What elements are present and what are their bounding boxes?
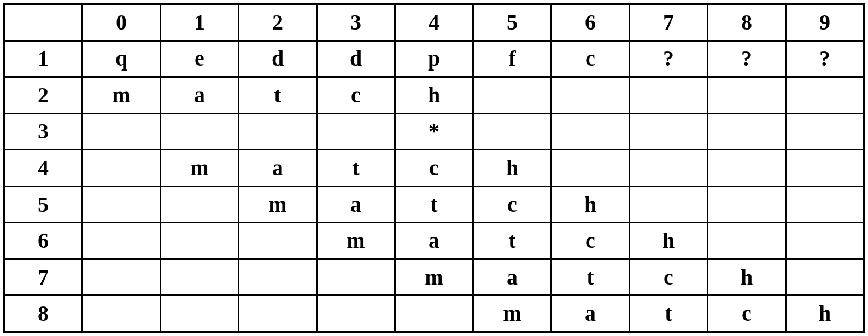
- table-cell: [83, 259, 161, 296]
- table-cell: [786, 113, 864, 150]
- table-cell: *: [395, 113, 473, 150]
- table-cell: f: [473, 40, 552, 77]
- table-cell: [708, 113, 786, 150]
- table-cell: 7: [630, 4, 708, 41]
- table-cell: [786, 77, 864, 114]
- table-cell: t: [552, 259, 630, 296]
- table-cell: ?: [708, 40, 786, 77]
- table-cell: [83, 296, 161, 332]
- table-cell: [317, 259, 395, 296]
- table-cell: t: [395, 186, 473, 223]
- table-cell: [239, 259, 317, 296]
- table-cell: 7: [4, 259, 83, 296]
- table-cell: [552, 77, 630, 114]
- table-cell: [161, 113, 239, 150]
- table-cell: h: [395, 77, 473, 114]
- table-cell: m: [473, 296, 552, 332]
- table-cell: c: [630, 259, 708, 296]
- table-cell: [473, 77, 552, 114]
- table-cell: 4: [395, 4, 473, 41]
- table-cell: 0: [83, 4, 161, 41]
- table-cell: m: [161, 150, 239, 187]
- table-cell: c: [708, 296, 786, 332]
- table-cell: c: [552, 223, 630, 259]
- table-cell: [317, 113, 395, 150]
- table-cell: q: [83, 40, 161, 77]
- table-row: 7match: [4, 259, 864, 296]
- table-cell: c: [317, 77, 395, 114]
- table-cell: p: [395, 40, 473, 77]
- table-cell: [630, 113, 708, 150]
- table-cell: 1: [4, 40, 83, 77]
- table-cell: 5: [473, 4, 552, 41]
- table-cell: [786, 223, 864, 259]
- table-row: 2match: [4, 77, 864, 114]
- table-row: 3*: [4, 113, 864, 150]
- table-cell: 1: [161, 4, 239, 41]
- table-cell: h: [786, 296, 864, 332]
- table-cell: [786, 186, 864, 223]
- table-cell: 3: [4, 113, 83, 150]
- table-cell: [630, 186, 708, 223]
- table-cell: [786, 259, 864, 296]
- table-cell: 6: [552, 4, 630, 41]
- table-cell: [395, 296, 473, 332]
- table-cell: e: [161, 40, 239, 77]
- table-cell: c: [473, 186, 552, 223]
- table-cell: [161, 296, 239, 332]
- table-cell: [473, 113, 552, 150]
- table-cell: ?: [786, 40, 864, 77]
- table-cell: m: [395, 259, 473, 296]
- table-cell: [552, 113, 630, 150]
- table-cell: a: [395, 223, 473, 259]
- data-table: 01234567891qeddpfc???2match3*4match5matc…: [3, 3, 865, 333]
- table-cell: t: [473, 223, 552, 259]
- table-cell: [708, 150, 786, 187]
- table-cell: [317, 296, 395, 332]
- table-cell: h: [630, 223, 708, 259]
- table-cell: a: [473, 259, 552, 296]
- table-cell: [161, 259, 239, 296]
- table-cell: a: [317, 186, 395, 223]
- table-row: 4match: [4, 150, 864, 187]
- table-row: 1qeddpfc???: [4, 40, 864, 77]
- table-cell: m: [83, 77, 161, 114]
- table-cell: [161, 186, 239, 223]
- table-row: 5match: [4, 186, 864, 223]
- table-cell: h: [473, 150, 552, 187]
- table-cell: h: [708, 259, 786, 296]
- table-cell: 2: [239, 4, 317, 41]
- table-cell: d: [317, 40, 395, 77]
- table-cell: [83, 223, 161, 259]
- table-cell: a: [552, 296, 630, 332]
- table-cell: [552, 150, 630, 187]
- table-cell: 4: [4, 150, 83, 187]
- table-cell: d: [239, 40, 317, 77]
- table-cell: c: [395, 150, 473, 187]
- table-cell: m: [317, 223, 395, 259]
- table-cell: [786, 150, 864, 187]
- table-cell: m: [239, 186, 317, 223]
- table-cell: [630, 77, 708, 114]
- table-row: 8match: [4, 296, 864, 332]
- table-cell: h: [552, 186, 630, 223]
- table-cell: [161, 223, 239, 259]
- table-cell: [630, 150, 708, 187]
- table-cell: [239, 113, 317, 150]
- table-cell: [239, 223, 317, 259]
- table-cell: 2: [4, 77, 83, 114]
- table-row: 0123456789: [4, 4, 864, 41]
- table-cell: [708, 186, 786, 223]
- table-row: 6match: [4, 223, 864, 259]
- table-cell: t: [630, 296, 708, 332]
- table-cell: [83, 113, 161, 150]
- table-cell: [83, 186, 161, 223]
- table-cell: 9: [786, 4, 864, 41]
- table-cell: t: [239, 77, 317, 114]
- table-cell: [239, 296, 317, 332]
- table-cell: [4, 4, 83, 41]
- table-cell: 3: [317, 4, 395, 41]
- table-cell: [708, 77, 786, 114]
- table-cell: c: [552, 40, 630, 77]
- table-cell: 5: [4, 186, 83, 223]
